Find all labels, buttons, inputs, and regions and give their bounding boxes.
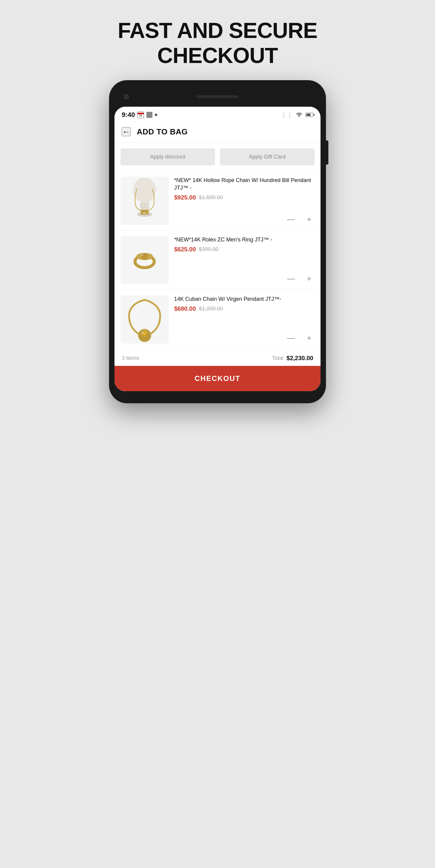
quantity-minus-1[interactable]: — — [286, 214, 296, 225]
page-header: FAST AND SECURE CHECKOUT — [112, 0, 323, 80]
items-count: 3 items — [122, 355, 139, 361]
item-price-current-2: $625.00 — [174, 246, 196, 253]
battery-icon — [305, 113, 313, 117]
item-prices-2: $625.00 $999.00 — [174, 246, 314, 253]
item-name-3: 14K Cuban Chain W/ Virgen Pendant JTJ™- — [174, 296, 314, 303]
item-price-current-1: $925.00 — [174, 194, 196, 201]
wifi-icon — [296, 113, 302, 117]
item-price-original-1: $1,500.00 — [199, 194, 223, 201]
item-name-2: *NEW*14K Rolex ZC Men's Ring JTJ™ - — [174, 236, 314, 244]
page-title: FAST AND SECURE CHECKOUT — [118, 18, 317, 68]
quantity-plus-3[interactable]: + — [304, 333, 314, 344]
status-left: 9:40 31 — [122, 111, 157, 119]
status-time: 9:40 — [122, 111, 135, 119]
status-dot — [155, 114, 157, 116]
quantity-plus-2[interactable]: + — [304, 273, 314, 284]
item-details-2: *NEW*14K Rolex ZC Men's Ring JTJ™ - $625… — [169, 236, 314, 284]
status-calendar-icon: 31 — [137, 112, 144, 118]
item-image-2: ROLEX — [121, 236, 169, 284]
cart-footer: 3 items Total $2,230.00 — [114, 349, 321, 366]
status-app-icon — [146, 112, 153, 118]
item-name-1: *NEW* 14K Hollow Rope Chain W/ Hundred B… — [174, 177, 314, 192]
item-image-3 — [121, 296, 169, 344]
back-button[interactable]: ← — [122, 127, 131, 136]
quantity-minus-3[interactable]: — — [286, 333, 296, 344]
quantity-plus-1[interactable]: + — [304, 214, 314, 225]
item-price-original-3: $1,200.00 — [199, 306, 223, 312]
item-prices-3: $680.00 $1,200.00 — [174, 305, 314, 312]
vibrate-icon: ⋮⋮ — [281, 111, 293, 119]
quantity-controls-3: — + — [174, 328, 314, 344]
svg-point-16 — [143, 331, 146, 334]
phone-screen: 9:40 31 ⋮⋮ — [114, 107, 321, 391]
phone-speaker — [196, 95, 239, 98]
item-image-1: $100 — [121, 177, 169, 225]
phone-frame: 9:40 31 ⋮⋮ — [109, 80, 326, 403]
quantity-controls-2: — + — [174, 269, 314, 284]
item-details-3: 14K Cuban Chain W/ Virgen Pendant JTJ™- … — [169, 296, 314, 344]
apply-gift-card-button[interactable]: Apply Gift Card — [220, 148, 314, 165]
svg-text:$100: $100 — [142, 212, 147, 214]
cart-item-2: ROLEX *NEW*14K Rolex ZC Men's Ring JTJ™ … — [114, 230, 321, 290]
promo-section: Apply discount Apply Gift Card — [114, 143, 321, 171]
total-section: Total $2,230.00 — [272, 355, 313, 362]
checkout-button[interactable]: CHECKOUT — [114, 366, 321, 391]
total-label: Total — [272, 355, 283, 361]
cart-content: Apply discount Apply Gift Card — [114, 143, 321, 391]
cart-item-3: 14K Cuban Chain W/ Virgen Pendant JTJ™- … — [114, 290, 321, 349]
quantity-controls-1: — + — [174, 209, 314, 225]
item-price-original-2: $999.00 — [199, 246, 219, 253]
app-header: ← ADD TO BAG — [114, 121, 321, 143]
quantity-minus-2[interactable]: — — [286, 273, 296, 284]
phone-camera — [124, 94, 129, 99]
item-details-1: *NEW* 14K Hollow Rope Chain W/ Hundred B… — [169, 177, 314, 225]
total-amount: $2,230.00 — [287, 355, 313, 362]
status-bar: 9:40 31 ⋮⋮ — [114, 107, 321, 121]
phone-notch — [114, 89, 321, 104]
status-right: ⋮⋮ — [281, 111, 313, 119]
apply-discount-button[interactable]: Apply discount — [121, 148, 215, 165]
svg-text:ROLEX: ROLEX — [142, 256, 147, 258]
app-title: ADD TO BAG — [137, 127, 188, 136]
cart-item-1: $100 *NEW* 14K Hollow Rope Chain W/ Hund… — [114, 171, 321, 230]
item-price-current-3: $680.00 — [174, 305, 196, 312]
item-prices-1: $925.00 $1,500.00 — [174, 194, 314, 201]
